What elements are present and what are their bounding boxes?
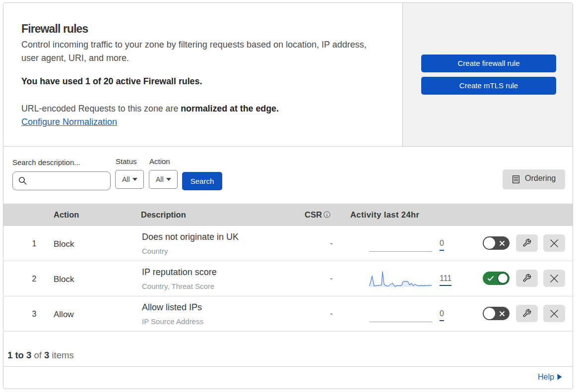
- svg-text:i: i: [326, 213, 328, 218]
